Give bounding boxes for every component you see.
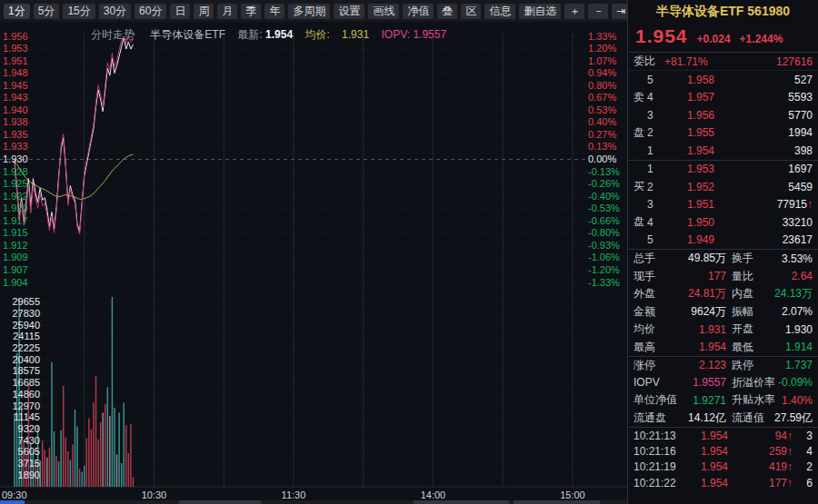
price-axis-label: 1.928 xyxy=(3,166,28,178)
period-button-日[interactable]: 日 xyxy=(170,4,190,19)
stat-value: 27.59亿 xyxy=(774,410,813,426)
stat-row: 现手177量比2.64 xyxy=(628,268,818,286)
tick-price: 1.954 xyxy=(688,430,728,442)
bid-price: 1.953 xyxy=(660,163,714,175)
ask-row-2[interactable]: 盘21.9551994 xyxy=(628,124,818,143)
latest-label: 最新: xyxy=(237,28,262,41)
ask-row-5[interactable]: 51.958527 xyxy=(628,71,818,89)
tick-row: 10:21:161.954259↑4 xyxy=(628,443,818,459)
order-level: 1 xyxy=(647,163,660,175)
bid-row-3[interactable]: 31.95177915↑ xyxy=(628,196,818,214)
ask-volume: 398 xyxy=(714,144,813,157)
bid-row-5[interactable]: 51.94923617 xyxy=(628,232,818,250)
toolbar-right-tools: 净值叠区信息删自选＋－⇥ xyxy=(401,4,632,19)
info-button[interactable]: 信息 xyxy=(484,4,515,19)
stat-label: 流通值 xyxy=(732,410,764,426)
stat-label: 涨停 xyxy=(633,358,655,373)
ask-volume-value: 1994 xyxy=(788,126,813,139)
period-button-月[interactable]: 月 xyxy=(217,4,237,19)
bid-price: 1.952 xyxy=(660,181,714,193)
tick-count: 3 xyxy=(793,430,813,442)
stat-label: 升贴水率 xyxy=(732,392,775,408)
stat-row: 流通盘14.12亿流通值27.59亿 xyxy=(628,410,818,428)
tick-volume: 259↑ xyxy=(728,445,793,458)
period-button-1分[interactable]: 1分 xyxy=(4,4,30,19)
period-button-5分[interactable]: 5分 xyxy=(34,4,60,19)
price-axis-label: 1.945 xyxy=(3,80,28,92)
period-button-设置[interactable]: 设置 xyxy=(334,4,364,19)
stat-value: -0.09% xyxy=(778,376,813,389)
price-axis-label: 1.930 xyxy=(3,153,28,165)
ask-price: 1.955 xyxy=(660,126,714,139)
weibi-row: 委比 +81.71% 127616 xyxy=(628,53,818,71)
order-level: 3 xyxy=(647,109,660,122)
pct-axis-label: 0.40% xyxy=(588,116,616,128)
period-button-周[interactable]: 周 xyxy=(194,4,214,19)
period-button-60分[interactable]: 60分 xyxy=(135,4,166,19)
chart-hscrollbar[interactable] xyxy=(0,500,627,504)
tick-volume: 177↑ xyxy=(728,477,793,489)
stat-value: 1.737 xyxy=(785,359,813,371)
tick-row: 10:21:131.95494↑3 xyxy=(628,428,818,443)
price-axis-label: 1.917 xyxy=(3,215,28,227)
bid-price: 1.950 xyxy=(660,216,714,229)
iopv-label: IOPV: xyxy=(381,28,410,41)
ask-row-3[interactable]: 31.9565770 xyxy=(628,106,818,124)
price-change: +0.024 xyxy=(697,33,731,45)
volume-axis-label: 18575 xyxy=(0,365,40,377)
ask-volume: 1994 xyxy=(714,126,813,139)
stat-row: IOPV1.9557折溢价率-0.09% xyxy=(628,374,818,392)
chart-mode-label: 分时走势 xyxy=(91,28,135,41)
period-button-画线[interactable]: 画线 xyxy=(368,4,399,19)
pct-axis-label: 0.53% xyxy=(588,104,616,116)
stat-value: 49.85万 xyxy=(688,251,726,266)
remove-watchlist-button[interactable]: 删自选 xyxy=(519,4,561,19)
stat-label: 现手 xyxy=(633,269,655,284)
stat-value: 2.07% xyxy=(782,305,813,318)
latest-value: 1.954 xyxy=(265,28,293,41)
tick-count: 2 xyxy=(793,460,813,473)
stat-left: 现手177 xyxy=(633,269,726,284)
ask-row-1[interactable]: 11.954398 xyxy=(628,142,818,160)
period-button-30分[interactable]: 30分 xyxy=(99,4,131,19)
ask-row-4[interactable]: 卖41.9575593 xyxy=(628,89,818,107)
tick-time: 10:21:22 xyxy=(633,477,688,489)
period-button-季[interactable]: 季 xyxy=(241,4,261,19)
stat-label: 单位净值 xyxy=(633,392,677,408)
stat-left: 单位净值1.9271 xyxy=(633,392,726,408)
bid-row-1[interactable]: 11.9531697 xyxy=(628,161,818,179)
volume-axis-label: 1890 xyxy=(0,469,40,481)
order-group-label: 卖 xyxy=(633,90,647,105)
stat-value: 1.931 xyxy=(699,323,726,336)
stat-label: 最低 xyxy=(732,340,753,355)
pct-axis-label: -0.93% xyxy=(588,240,620,252)
volume-axis-label: 16685 xyxy=(0,377,40,389)
period-button-多周期[interactable]: 多周期 xyxy=(288,4,330,19)
order-group-label: 盘 xyxy=(633,214,647,230)
volume-axis-label: 22225 xyxy=(0,342,40,354)
stat-row: 涨停2.123跌停1.737 xyxy=(628,356,818,374)
net-value-button[interactable]: 净值 xyxy=(403,4,434,19)
pct-axis-label: -0.40% xyxy=(588,191,620,203)
bid-price: 1.949 xyxy=(660,233,714,246)
bid-row-2[interactable]: 买21.9525459 xyxy=(628,178,818,196)
bid-volume: 5459 xyxy=(714,181,813,193)
period-button-15分[interactable]: 15分 xyxy=(63,4,95,19)
region-button[interactable]: 区 xyxy=(461,4,481,19)
bid-volume-value: 33210 xyxy=(783,216,813,229)
bid-row-4[interactable]: 盘41.95033210 xyxy=(628,213,818,232)
overlay-button[interactable]: 叠 xyxy=(437,4,457,19)
bid-volume: 23617 xyxy=(714,233,813,246)
stat-value: 9624万 xyxy=(691,304,726,320)
avg-label: 均价: xyxy=(304,28,329,41)
period-button-年[interactable]: 年 xyxy=(264,4,284,19)
order-level: 4 xyxy=(647,216,660,229)
stat-row: 均价1.931开盘1.930 xyxy=(628,321,818,339)
zoom-out-icon[interactable]: － xyxy=(588,4,608,19)
order-level: 2 xyxy=(647,181,660,193)
stat-value: 1.930 xyxy=(785,323,813,336)
last-price: 1.954 xyxy=(635,25,688,47)
zoom-in-icon[interactable]: ＋ xyxy=(564,4,584,19)
ask-price: 1.956 xyxy=(660,109,714,122)
pct-axis-label: 0.80% xyxy=(588,80,616,92)
